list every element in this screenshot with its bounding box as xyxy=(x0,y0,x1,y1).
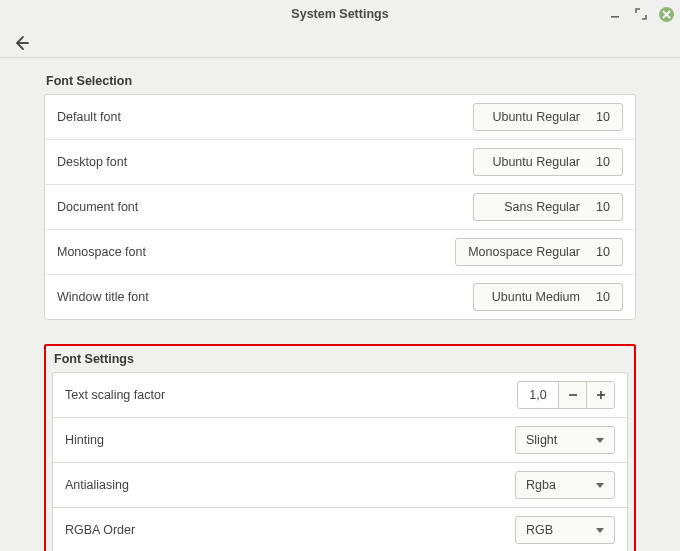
font-name: Ubuntu Regular xyxy=(492,155,580,169)
chevron-down-icon xyxy=(596,528,604,533)
label-text-scaling: Text scaling factor xyxy=(65,388,165,402)
rgba-order-value: RGB xyxy=(526,523,553,537)
font-selection-panel: Default font Ubuntu Regular 10 Desktop f… xyxy=(44,94,636,320)
font-name: Ubuntu Regular xyxy=(492,110,580,124)
font-settings-title: Font Settings xyxy=(54,352,628,366)
antialiasing-value: Rgba xyxy=(526,478,556,492)
label-document-font: Document font xyxy=(57,200,138,214)
font-size: 10 xyxy=(594,245,610,259)
row-rgba-order: RGBA Order RGB xyxy=(52,508,628,551)
row-desktop-font: Desktop font Ubuntu Regular 10 xyxy=(45,140,635,185)
label-rgba-order: RGBA Order xyxy=(65,523,135,537)
font-name: Monospace Regular xyxy=(468,245,580,259)
antialiasing-combo[interactable]: Rgba xyxy=(515,471,615,499)
monospace-font-button[interactable]: Monospace Regular 10 xyxy=(455,238,623,266)
toolbar xyxy=(0,28,680,58)
label-antialiasing: Antialiasing xyxy=(65,478,129,492)
titlebar: System Settings xyxy=(0,0,680,28)
rgba-order-combo[interactable]: RGB xyxy=(515,516,615,544)
svg-rect-0 xyxy=(611,16,619,18)
font-size: 10 xyxy=(594,155,610,169)
font-name: Ubuntu Medium xyxy=(492,290,580,304)
minimize-icon xyxy=(610,9,620,19)
text-scaling-stepper: 1,0 xyxy=(517,381,615,409)
arrow-left-icon xyxy=(12,34,30,52)
svg-rect-1 xyxy=(569,394,577,396)
font-settings-highlight: Font Settings Text scaling factor 1,0 Hi… xyxy=(44,344,636,551)
maximize-icon xyxy=(635,8,647,20)
label-hinting: Hinting xyxy=(65,433,104,447)
desktop-font-button[interactable]: Ubuntu Regular 10 xyxy=(473,148,623,176)
chevron-down-icon xyxy=(596,438,604,443)
hinting-value: Slight xyxy=(526,433,557,447)
row-antialiasing: Antialiasing Rgba xyxy=(52,463,628,508)
maximize-button[interactable] xyxy=(633,6,649,22)
window-controls xyxy=(607,0,674,28)
label-default-font: Default font xyxy=(57,110,121,124)
minus-icon xyxy=(567,389,579,401)
hinting-combo[interactable]: Slight xyxy=(515,426,615,454)
text-scaling-decr-button[interactable] xyxy=(558,382,586,408)
font-size: 10 xyxy=(594,110,610,124)
label-monospace-font: Monospace font xyxy=(57,245,146,259)
font-size: 10 xyxy=(594,290,610,304)
row-default-font: Default font Ubuntu Regular 10 xyxy=(45,95,635,140)
text-scaling-incr-button[interactable] xyxy=(586,382,614,408)
row-monospace-font: Monospace font Monospace Regular 10 xyxy=(45,230,635,275)
close-icon xyxy=(662,10,671,19)
minimize-button[interactable] xyxy=(607,6,623,22)
window-title-font-button[interactable]: Ubuntu Medium 10 xyxy=(473,283,623,311)
row-window-title-font: Window title font Ubuntu Medium 10 xyxy=(45,275,635,319)
plus-icon xyxy=(595,389,607,401)
font-selection-title: Font Selection xyxy=(46,74,636,88)
svg-rect-3 xyxy=(600,391,602,399)
default-font-button[interactable]: Ubuntu Regular 10 xyxy=(473,103,623,131)
font-size: 10 xyxy=(594,200,610,214)
font-settings-panel: Text scaling factor 1,0 Hinting Slight xyxy=(52,372,628,551)
label-desktop-font: Desktop font xyxy=(57,155,127,169)
row-text-scaling: Text scaling factor 1,0 xyxy=(52,372,628,418)
label-window-title-font: Window title font xyxy=(57,290,149,304)
window-title: System Settings xyxy=(291,7,388,21)
close-button[interactable] xyxy=(659,7,674,22)
text-scaling-value[interactable]: 1,0 xyxy=(518,382,558,408)
font-name: Sans Regular xyxy=(504,200,580,214)
row-hinting: Hinting Slight xyxy=(52,418,628,463)
back-button[interactable] xyxy=(12,34,30,52)
row-document-font: Document font Sans Regular 10 xyxy=(45,185,635,230)
document-font-button[interactable]: Sans Regular 10 xyxy=(473,193,623,221)
content: Font Selection Default font Ubuntu Regul… xyxy=(0,58,680,551)
chevron-down-icon xyxy=(596,483,604,488)
